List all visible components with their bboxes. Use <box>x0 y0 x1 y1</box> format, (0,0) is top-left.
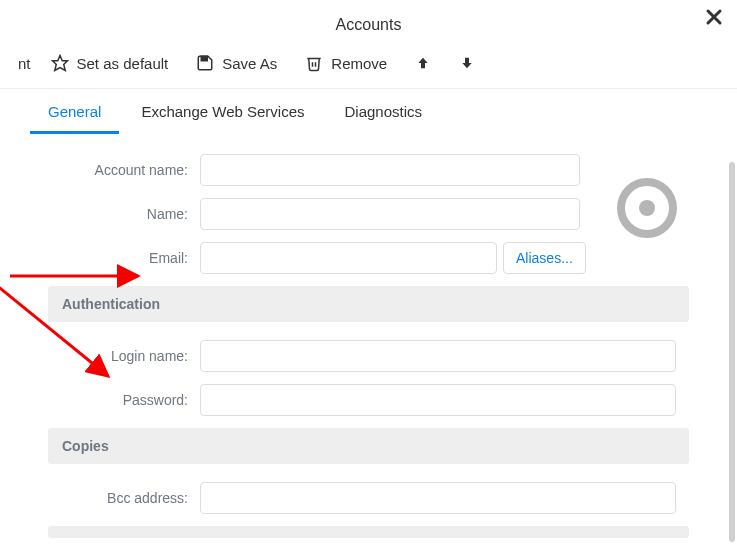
arrow-up-icon <box>415 55 431 71</box>
row-password: Password: <box>0 384 737 416</box>
save-as-button[interactable]: Save As <box>196 54 277 72</box>
save-icon <box>196 54 214 72</box>
email-label: Email: <box>48 250 200 266</box>
tab-exchange-web-services[interactable]: Exchange Web Services <box>141 103 304 134</box>
remove-label: Remove <box>331 55 387 72</box>
truncated-item[interactable]: nt <box>18 55 31 72</box>
toolbar: nt Set as default Save As Remove <box>0 34 737 89</box>
star-icon <box>51 54 69 72</box>
name-label: Name: <box>48 206 200 222</box>
section-next <box>48 526 689 538</box>
accounts-dialog: Accounts nt Set as default Save As Remov… <box>0 0 737 559</box>
close-icon <box>705 8 723 26</box>
account-name-input[interactable] <box>200 154 580 186</box>
email-input[interactable] <box>200 242 497 274</box>
row-login-name: Login name: <box>0 340 737 372</box>
password-input[interactable] <box>200 384 676 416</box>
set-default-label: Set as default <box>77 55 169 72</box>
tab-diagnostics[interactable]: Diagnostics <box>345 103 423 134</box>
svg-rect-2 <box>203 57 205 60</box>
remove-button[interactable]: Remove <box>305 54 387 72</box>
tabs: General Exchange Web Services Diagnostic… <box>0 89 737 134</box>
login-name-label: Login name: <box>48 348 200 364</box>
section-copies: Copies <box>48 428 689 464</box>
scrollbar[interactable] <box>729 162 735 542</box>
close-button[interactable] <box>705 8 723 30</box>
password-label: Password: <box>48 392 200 408</box>
bcc-label: Bcc address: <box>48 490 200 506</box>
svg-point-6 <box>639 200 655 216</box>
arrow-down-icon <box>459 55 475 71</box>
bcc-input[interactable] <box>200 482 676 514</box>
set-default-button[interactable]: Set as default <box>51 54 169 72</box>
trash-icon <box>305 54 323 72</box>
move-up-button[interactable] <box>415 55 431 71</box>
dialog-title: Accounts <box>0 0 737 34</box>
aliases-button[interactable]: Aliases... <box>503 242 586 274</box>
save-as-label: Save As <box>222 55 277 72</box>
row-bcc: Bcc address: <box>0 482 737 514</box>
name-input[interactable] <box>200 198 580 230</box>
account-name-label: Account name: <box>48 162 200 178</box>
account-avatar[interactable] <box>617 178 677 242</box>
svg-marker-0 <box>52 56 67 71</box>
avatar-icon <box>617 178 677 238</box>
section-authentication: Authentication <box>48 286 689 322</box>
move-down-button[interactable] <box>459 55 475 71</box>
login-name-input[interactable] <box>200 340 676 372</box>
row-email: Email: Aliases... <box>0 242 737 274</box>
tab-general[interactable]: General <box>48 103 101 134</box>
